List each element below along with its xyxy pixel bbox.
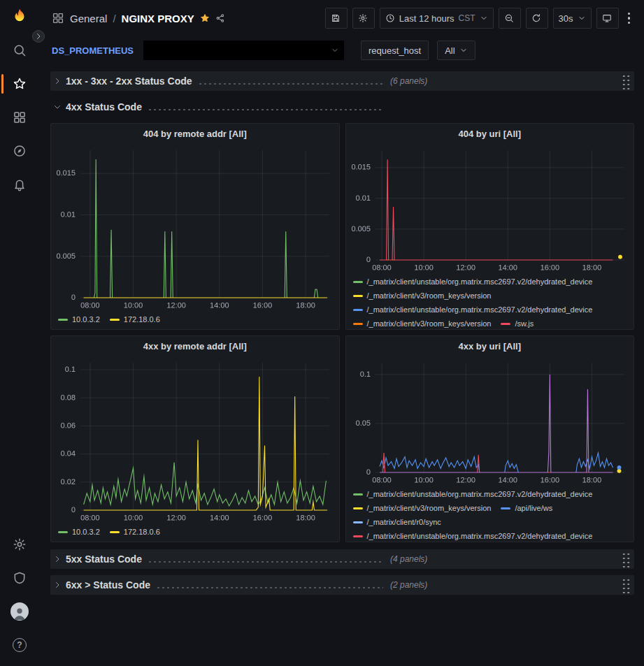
legend-series-swatch	[501, 507, 510, 509]
legend-series-label: 172.18.0.6	[124, 315, 160, 324]
compass-icon	[13, 144, 27, 158]
main-area: General / NGINX PROXY	[39, 0, 644, 666]
legend-item[interactable]: 172.18.0.6	[110, 526, 160, 537]
panel-title[interactable]: 404 by uri [All]	[346, 124, 634, 143]
legend-item[interactable]: /_matrix/client/unstable/org.matrix.msc2…	[353, 530, 593, 542]
sidebar-item-starred[interactable]	[0, 67, 39, 101]
row-4xx[interactable]: 4xx Status Code	[50, 97, 634, 117]
timeseries-canvas[interactable]	[51, 356, 339, 525]
chart-4xx-by-uri[interactable]	[346, 356, 634, 487]
legend-item[interactable]: /_matrix/client/r0/sync	[353, 516, 441, 528]
row-dotted-leader	[198, 82, 383, 85]
row-panels-count: (2 panels)	[390, 580, 427, 590]
row-drag-handle[interactable]	[621, 73, 630, 89]
sidebar-item-configuration[interactable]	[0, 528, 39, 561]
save-icon	[331, 13, 341, 23]
sidebar-expand-handle[interactable]	[32, 30, 45, 43]
panel-4xx-by-remote-addr: 4xx by remote addr [All] 10.0.3.2172.18.…	[50, 335, 340, 542]
tv-mode-button[interactable]	[596, 8, 619, 29]
legend-item[interactable]: /_matrix/client/unstable/org.matrix.msc2…	[353, 304, 593, 315]
sidebar-item-alerting[interactable]	[0, 168, 39, 201]
legend-series-label: /_matrix/client/v3/room_keys/version	[367, 319, 492, 328]
legend-series-swatch	[110, 531, 120, 533]
time-range-label: Last 12 hours	[399, 13, 455, 24]
dashboard-settings-button[interactable]	[352, 8, 375, 29]
grafana-app: ? General / NGINX PROXY	[0, 0, 644, 666]
panel-title[interactable]: 4xx by uri [All]	[346, 336, 634, 356]
row-dotted-leader	[148, 108, 383, 111]
legend-series-label: /_matrix/client/unstable/org.matrix.msc2…	[367, 532, 593, 540]
legend-series-label: /_matrix/client/v3/room_keys/version	[367, 504, 492, 512]
row-5xx[interactable]: 5xx Status Code (4 panels)	[50, 549, 634, 569]
chevron-down-icon	[331, 46, 339, 55]
share-icon[interactable]	[215, 13, 225, 23]
top-navbar: General / NGINX PROXY	[39, 0, 644, 36]
timeseries-canvas[interactable]	[346, 143, 634, 275]
row-panels-count: (6 panels)	[390, 76, 427, 86]
row-drag-handle[interactable]	[621, 577, 630, 593]
request-host-variable-select[interactable]: All	[437, 41, 475, 60]
row-title: 5xx Status Code	[66, 553, 142, 565]
grafana-flame-icon	[10, 8, 29, 26]
legend-series-label: 10.0.3.2	[72, 315, 100, 324]
timeseries-canvas[interactable]	[346, 356, 634, 487]
row-dotted-leader	[156, 586, 383, 589]
grafana-logo[interactable]	[0, 0, 39, 34]
legend-series-swatch	[353, 281, 363, 283]
chevron-down-icon	[578, 14, 586, 22]
datasource-variable-select[interactable]	[143, 41, 344, 60]
breadcrumb-folder[interactable]: General	[70, 13, 107, 24]
legend-series-label: /_matrix/client/v3/room_keys/version	[367, 291, 492, 300]
legend-item[interactable]: /_matrix/client/unstable/org.matrix.msc2…	[353, 276, 593, 287]
chevron-down-icon	[53, 103, 62, 111]
datasource-variable-label[interactable]: DS_PROMETHEUS	[52, 45, 134, 56]
chart-4xx-by-remote-addr[interactable]	[51, 356, 339, 525]
legend-item[interactable]: /_matrix/client/v3/room_keys/version	[353, 290, 492, 301]
person-icon	[12, 605, 27, 621]
legend-series-label: /_matrix/client/r0/sync	[367, 518, 441, 526]
legend-series-label: 10.0.3.2	[72, 528, 100, 536]
legend-item[interactable]: 10.0.3.2	[58, 314, 100, 325]
sidebar-item-explore[interactable]	[0, 134, 39, 168]
save-dashboard-button[interactable]	[325, 8, 348, 29]
row-1xx-3xx-2xx[interactable]: 1xx - 3xx - 2xx Status Code (6 panels)	[50, 71, 634, 91]
sidebar-item-profile[interactable]	[0, 595, 39, 628]
timeseries-canvas[interactable]	[51, 143, 339, 312]
legend-item[interactable]: /api/live/ws	[501, 502, 552, 514]
legend-series-label: /sw.js	[515, 319, 534, 328]
refresh-button[interactable]	[526, 8, 548, 29]
row-drag-handle[interactable]	[621, 551, 630, 567]
sidebar-item-server-admin[interactable]	[0, 561, 39, 595]
more-menu-button[interactable]	[624, 10, 635, 27]
breadcrumb: General / NGINX PROXY	[52, 12, 225, 24]
request-host-variable-label[interactable]: request_host	[361, 41, 429, 60]
search-icon	[13, 43, 27, 57]
zoom-out-button[interactable]	[499, 8, 521, 29]
time-range-picker[interactable]: Last 12 hours CST	[380, 8, 494, 29]
panel-4xx-by-uri: 4xx by uri [All] /_matrix/client/unstabl…	[345, 335, 635, 542]
legend-series-label: /api/live/ws	[515, 504, 552, 512]
favorite-star-icon[interactable]	[200, 13, 210, 23]
chevron-right-icon	[53, 555, 62, 563]
legend-item[interactable]: 10.0.3.2	[58, 526, 100, 537]
sidebar-item-dashboards[interactable]	[0, 101, 39, 134]
dashboards-grid-icon	[13, 110, 27, 124]
panel-title[interactable]: 4xx by remote addr [All]	[51, 336, 339, 356]
chart-404-by-uri[interactable]	[346, 143, 634, 275]
legend-item[interactable]: /_matrix/client/unstable/org.matrix.msc2…	[353, 488, 593, 500]
panel-title[interactable]: 404 by remote addr [All]	[51, 124, 339, 143]
legend-item[interactable]: /_matrix/client/v3/room_keys/version	[353, 502, 492, 514]
refresh-interval-picker[interactable]: 30s	[553, 8, 592, 29]
legend-item[interactable]: /sw.js	[501, 318, 534, 329]
legend-item[interactable]: /_matrix/client/v3/room_keys/version	[353, 318, 492, 329]
chevron-right-icon	[53, 77, 62, 85]
sidebar-item-help[interactable]: ?	[0, 628, 39, 662]
row-header-left: 6xx > Status Code	[53, 579, 383, 591]
row-6xx[interactable]: 6xx > Status Code (2 panels)	[50, 575, 634, 595]
legend-series-swatch	[353, 295, 363, 297]
chart-404-by-remote-addr[interactable]	[51, 143, 339, 312]
row-dotted-leader	[148, 560, 383, 563]
legend-item[interactable]: 172.18.0.6	[110, 314, 160, 325]
request-host-value-text: All	[445, 45, 455, 56]
dashboard-title[interactable]: NGINX PROXY	[122, 13, 194, 24]
